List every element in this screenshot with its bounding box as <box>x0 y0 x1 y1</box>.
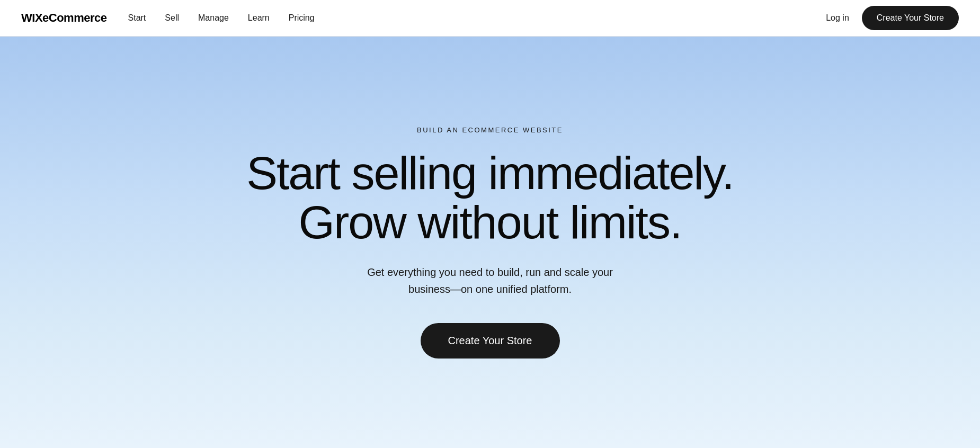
hero-headline-line2: Grow without limits. <box>299 196 682 248</box>
hero-subtext: Get everything you need to build, run an… <box>358 264 622 298</box>
header-right: Log in Create Your Store <box>826 6 959 30</box>
create-store-button-header[interactable]: Create Your Store <box>862 6 959 30</box>
main-nav: Start Sell Manage Learn Pricing <box>128 13 315 23</box>
create-store-button-hero[interactable]: Create Your Store <box>421 323 560 359</box>
hero-headline: Start selling immediately. Grow without … <box>246 149 734 247</box>
site-header: WIXWIX eCommerceeCommerce Start Sell Man… <box>0 0 980 37</box>
nav-item-manage[interactable]: Manage <box>198 13 229 23</box>
nav-item-start[interactable]: Start <box>128 13 146 23</box>
nav-item-learn[interactable]: Learn <box>248 13 270 23</box>
nav-item-pricing[interactable]: Pricing <box>289 13 315 23</box>
hero-headline-line1: Start selling immediately. <box>246 147 734 199</box>
login-link[interactable]: Log in <box>826 13 849 23</box>
hero-eyebrow: BUILD AN ECOMMERCE WEBSITE <box>417 126 563 134</box>
hero-section: BUILD AN ECOMMERCE WEBSITE Start selling… <box>0 37 980 448</box>
nav-item-sell[interactable]: Sell <box>165 13 179 23</box>
header-left: WIXWIX eCommerceeCommerce Start Sell Man… <box>21 11 315 25</box>
site-logo: WIXWIX eCommerceeCommerce <box>21 11 107 25</box>
